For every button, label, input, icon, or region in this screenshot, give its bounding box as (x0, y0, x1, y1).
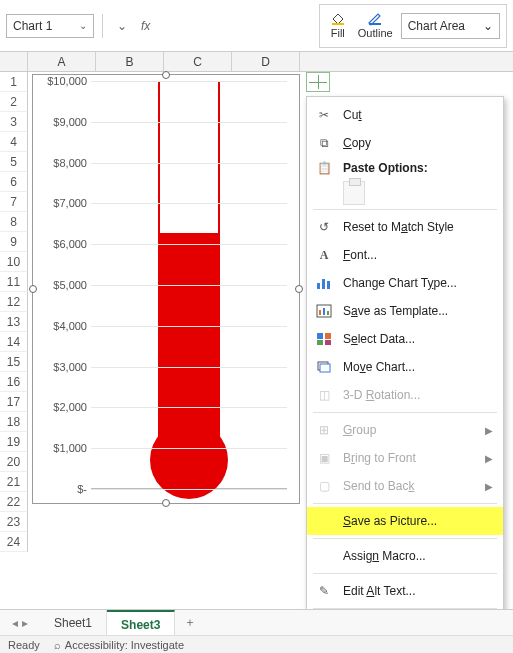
embedded-chart[interactable]: $-$1,000$2,000$3,000$4,000$5,000$6,000$7… (32, 74, 300, 504)
row-header[interactable]: 2 (0, 92, 28, 112)
font-icon: A (315, 246, 333, 264)
svg-rect-8 (327, 311, 329, 315)
menu-cut[interactable]: ✂ Cut (307, 101, 503, 129)
name-box[interactable]: Chart 1 ⌄ (6, 14, 94, 38)
sheet-tab[interactable]: Sheet1 (40, 610, 107, 636)
outline-label: Outline (358, 27, 393, 39)
blank-icon (315, 547, 333, 565)
svg-rect-1 (369, 23, 381, 25)
column-header[interactable]: A (28, 52, 96, 71)
new-sheet-button[interactable]: ＋ (175, 614, 205, 631)
column-header[interactable]: C (164, 52, 232, 71)
scissors-icon: ✂ (315, 106, 333, 124)
menu-font[interactable]: A Font... (307, 241, 503, 269)
paste-options-label: Paste Options: (343, 161, 493, 175)
menu-label: Send to Back (343, 479, 475, 493)
row-header[interactable]: 19 (0, 432, 28, 452)
resize-handle[interactable] (162, 71, 170, 79)
fill-button[interactable]: Fill (326, 12, 350, 39)
outline-button[interactable]: Outline (356, 12, 395, 39)
row-header[interactable]: 24 (0, 532, 28, 552)
row-header[interactable]: 15 (0, 352, 28, 372)
svg-rect-3 (322, 279, 325, 289)
menu-save-template[interactable]: Save as Template... (307, 297, 503, 325)
row-header[interactable]: 7 (0, 192, 28, 212)
svg-rect-6 (319, 310, 321, 315)
row-header[interactable]: 6 (0, 172, 28, 192)
chevron-down-icon: ⌄ (79, 20, 87, 31)
row-header[interactable]: 11 (0, 272, 28, 292)
thermometer-bulb (150, 421, 228, 499)
tab-nav-arrows[interactable]: ◂ ▸ (0, 616, 40, 630)
menu-separator (313, 503, 497, 504)
reset-icon: ↺ (315, 218, 333, 236)
row-header[interactable]: 1 (0, 72, 28, 92)
y-tick-label: $6,000 (53, 238, 87, 250)
group-icon: ⊞ (315, 421, 333, 439)
row-header[interactable]: 5 (0, 152, 28, 172)
fx-label[interactable]: fx (141, 19, 150, 33)
sheet-tab-bar: ◂ ▸ Sheet1 Sheet3 ＋ (0, 609, 513, 635)
resize-handle[interactable] (29, 285, 37, 293)
name-box-value: Chart 1 (13, 19, 52, 33)
row-header[interactable]: 22 (0, 492, 28, 512)
row-header[interactable]: 13 (0, 312, 28, 332)
menu-label: 3-D Rotation... (343, 388, 493, 402)
gridline (91, 489, 287, 490)
accessibility-icon: ⌕ (54, 639, 61, 651)
submenu-arrow-icon: ▶ (485, 453, 493, 464)
menu-label: Bring to Front (343, 451, 475, 465)
row-header[interactable]: 14 (0, 332, 28, 352)
menu-paste-options: 📋 Paste Options: (307, 157, 503, 205)
status-accessibility[interactable]: ⌕ Accessibility: Investigate (54, 639, 184, 651)
sheet-tab-active[interactable]: Sheet3 (107, 610, 175, 636)
row-header[interactable]: 10 (0, 252, 28, 272)
menu-label: Save as Picture... (343, 514, 493, 528)
y-tick-label: $7,000 (53, 197, 87, 209)
column-header[interactable]: B (96, 52, 164, 71)
select-data-icon (315, 330, 333, 348)
menu-select-data[interactable]: Select Data... (307, 325, 503, 353)
svg-rect-12 (325, 340, 331, 345)
menu-assign-macro[interactable]: Assign Macro... (307, 542, 503, 570)
row-header[interactable]: 18 (0, 412, 28, 432)
menu-reset-style[interactable]: ↺ Reset to Match Style (307, 213, 503, 241)
row-header[interactable]: 17 (0, 392, 28, 412)
gridline (91, 122, 287, 123)
fx-cancel-icon[interactable]: ⌄ (111, 19, 133, 33)
y-tick-label: $- (77, 483, 87, 495)
menu-separator (313, 209, 497, 210)
gridline (91, 163, 287, 164)
worksheet-area: 123456789101112131415161718192021222324 … (0, 72, 513, 612)
y-tick-label: $9,000 (53, 116, 87, 128)
row-header[interactable]: 3 (0, 112, 28, 132)
status-ready: Ready (8, 639, 40, 651)
chart-element-selector[interactable]: Chart Area ⌄ (401, 13, 500, 39)
menu-label: Save as Template... (343, 304, 493, 318)
menu-save-as-picture[interactable]: Save as Picture... (307, 507, 503, 535)
svg-rect-9 (317, 333, 323, 339)
row-header[interactable]: 9 (0, 232, 28, 252)
plot-area: $-$1,000$2,000$3,000$4,000$5,000$6,000$7… (41, 81, 291, 489)
column-header[interactable]: D (232, 52, 300, 71)
row-header[interactable]: 4 (0, 132, 28, 152)
menu-change-chart-type[interactable]: Change Chart Type... (307, 269, 503, 297)
row-header[interactable]: 8 (0, 212, 28, 232)
y-tick-label: $1,000 (53, 442, 87, 454)
row-header[interactable]: 23 (0, 512, 28, 532)
paste-option-button[interactable] (343, 181, 365, 205)
row-header[interactable]: 16 (0, 372, 28, 392)
select-all-corner[interactable] (0, 52, 28, 71)
resize-handle[interactable] (295, 285, 303, 293)
menu-copy[interactable]: ⧉ Copy (307, 129, 503, 157)
y-tick-label: $10,000 (47, 75, 87, 87)
resize-handle[interactable] (162, 499, 170, 507)
row-header[interactable]: 20 (0, 452, 28, 472)
menu-label: Cut (343, 108, 493, 122)
menu-move-chart[interactable]: Move Chart... (307, 353, 503, 381)
row-headers: 123456789101112131415161718192021222324 (0, 72, 28, 552)
menu-label: Assign Macro... (343, 549, 493, 563)
menu-alt-text[interactable]: ✎ Edit Alt Text... (307, 577, 503, 605)
row-header[interactable]: 21 (0, 472, 28, 492)
row-header[interactable]: 12 (0, 292, 28, 312)
